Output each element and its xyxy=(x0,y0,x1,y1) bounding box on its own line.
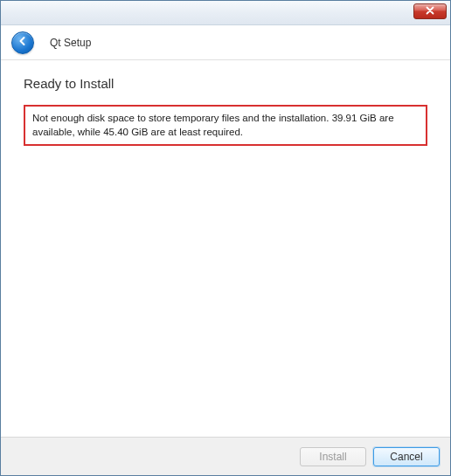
arrow-left-icon xyxy=(17,35,29,50)
footer: Install Cancel xyxy=(1,437,450,475)
header: Qt Setup xyxy=(1,25,450,60)
window-title: Qt Setup xyxy=(50,37,91,49)
error-message-text: Not enough disk space to store temporary… xyxy=(32,113,394,137)
back-button[interactable] xyxy=(11,31,34,54)
close-icon xyxy=(426,5,434,17)
install-button: Install xyxy=(300,447,366,466)
close-button[interactable] xyxy=(413,3,447,19)
content-area: Ready to Install Not enough disk space t… xyxy=(1,60,450,437)
titlebar xyxy=(1,1,450,25)
cancel-button[interactable]: Cancel xyxy=(373,447,440,466)
error-message-box: Not enough disk space to store temporary… xyxy=(24,105,427,146)
page-heading: Ready to Install xyxy=(24,76,427,91)
